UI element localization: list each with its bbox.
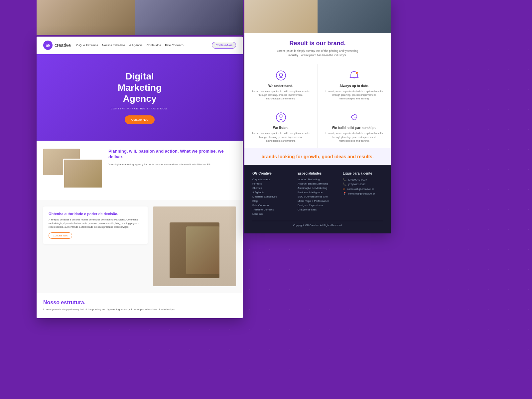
feature-item-0: We understand. Lorem ipsum companies to …	[244, 64, 318, 106]
nav-link-agencia[interactable]: A Agência	[129, 44, 143, 47]
site-preview: gb creative O Que Fazemos Nossos trabalh…	[37, 37, 243, 318]
svg-point-0	[276, 71, 286, 80]
nav-links: O Que Fazemos Nossos trabalhos A Agência…	[76, 44, 206, 47]
footer-spec-5[interactable]: Mídia Paga e Performance	[298, 200, 337, 202]
authority-heading: Obtenha autoridade e poder de decisão.	[49, 212, 142, 216]
feature-item-1: Always up to date. Lorem ipsum companies…	[318, 64, 391, 106]
footer-grid: GG Creative O que fazemos Portfólio Clie…	[252, 172, 383, 217]
footer-col1-links: O que fazemos Portfólio Clientes A Agênc…	[252, 178, 292, 215]
authority-body: A atração de leads é um dos muitos benef…	[49, 218, 142, 229]
phone-icon-1: 📞	[343, 183, 346, 186]
feature-title-1: Always up to date.	[324, 84, 385, 88]
nav-link-trabalhos[interactable]: Nossos trabalhos	[102, 44, 125, 47]
footer-spec-6[interactable]: Design e Experiência	[298, 204, 337, 207]
footer-link-3[interactable]: A Agência	[252, 191, 292, 194]
feature-body-1: Lorem ipsum companies to build exception…	[324, 89, 385, 101]
phone-icon-0: 📞	[343, 178, 346, 181]
brands-section: brands looking for growth, good ideas an…	[244, 148, 391, 165]
footer-contact-3: 📍 contato@gbcreative.br	[343, 192, 383, 195]
features-grid: We understand. Lorem ipsum companies to …	[244, 64, 391, 149]
logo[interactable]: gb creative	[43, 41, 71, 50]
footer-contact-text-2: contato@gbcreative.br	[347, 188, 374, 191]
couple-photo	[153, 206, 236, 286]
location-icon: 📍	[343, 192, 346, 195]
navbar: gb creative O Que Fazemos Nossos trabalh…	[37, 37, 243, 54]
footer-link-1[interactable]: Portfólio	[252, 182, 292, 185]
footer-contact-0: 📞 (27)99249-0037	[343, 178, 383, 181]
nav-cta-button[interactable]: Contate-Nos	[212, 42, 236, 49]
nav-link-conteudos[interactable]: Conteúdos	[147, 44, 161, 47]
email-icon: ✉	[343, 187, 345, 191]
footer: GG Creative O que fazemos Portfólio Clie…	[244, 165, 391, 233]
footer-col2-links: Inbound Marketing Account-Based Marketin…	[298, 178, 337, 211]
content-body: Your digital marketing agency for perfor…	[108, 163, 236, 167]
content-text: Planning, will, passion and action. What…	[108, 149, 236, 167]
feature-item-3: We build solid partnerships. Lorem ipsum…	[318, 106, 391, 148]
footer-spec-3[interactable]: Business Intelligence	[298, 191, 337, 194]
result-heading: Result is our brand.	[252, 40, 383, 47]
svg-point-1	[279, 73, 283, 76]
footer-link-6[interactable]: Fale Conosco	[252, 204, 292, 207]
rp-image-1	[244, 0, 318, 33]
feature-body-2: Lorem ipsum companies to build exception…	[250, 131, 311, 143]
footer-contact-text-0: (27)99249-0037	[348, 178, 367, 181]
svg-point-4	[280, 115, 282, 117]
hero-cta-button[interactable]: Contate-Nos	[125, 115, 155, 124]
feature-icon-3	[348, 111, 360, 123]
footer-link-2[interactable]: Clientes	[252, 187, 292, 190]
brands-text: brands looking for growth, good ideas an…	[252, 154, 383, 160]
feature-body-0: Lorem ipsum companies to build exception…	[250, 89, 311, 101]
top-images-strip	[37, 0, 243, 35]
svg-point-2	[356, 72, 358, 74]
footer-copyright: Copyright. GB Creative. All Rights Reser…	[252, 224, 383, 227]
rp-image-2	[318, 0, 391, 33]
estrutura-body: Lorem Ipsum is simply dummy text of the …	[43, 308, 236, 312]
estrutura-heading: Nosso estrutura.	[43, 300, 236, 306]
top-image-right	[135, 0, 243, 35]
footer-spec-1[interactable]: Account-Based Marketing	[298, 182, 337, 185]
feature-title-0: We understand.	[250, 84, 311, 88]
footer-col2-heading: Especialidades	[298, 172, 337, 175]
nav-link-fale[interactable]: Fale Conosco	[165, 44, 184, 47]
footer-col-1: GG Creative O que fazemos Portfólio Clie…	[252, 172, 292, 217]
footer-col1-heading: GG Creative	[252, 172, 292, 175]
footer-spec-0[interactable]: Inbound Marketing	[298, 178, 337, 181]
footer-link-5[interactable]: Blog	[252, 200, 292, 202]
hero-section: Digital Marketing Agency CONTENT MARKETI…	[37, 54, 243, 141]
footer-contact-1: 📞 (27)3082-9582	[343, 183, 383, 186]
footer-link-8[interactable]: Labs GB	[252, 212, 292, 215]
feature-icon-2	[275, 111, 287, 123]
footer-spec-4[interactable]: SEO | Otimização de Site	[298, 195, 337, 198]
footer-contact-text-1: (27)3082-9582	[348, 183, 365, 186]
footer-spec-7[interactable]: Criação de sites	[298, 208, 337, 211]
feature-icon-1	[348, 69, 360, 81]
nav-link-fazemos[interactable]: O Que Fazemos	[76, 44, 98, 47]
estrutura-section: Nosso estrutura. Lorem Ipsum is simply d…	[37, 293, 243, 318]
authority-image	[153, 206, 236, 286]
hero-subtitle: CONTENT MARKETING STARTS NOW.	[47, 107, 233, 110]
right-panel: Result is our brand. Lorem Ipsum is simp…	[244, 0, 391, 233]
hero-content: Digital Marketing Agency CONTENT MARKETI…	[47, 71, 233, 124]
content-image-2	[63, 159, 103, 189]
footer-spec-2[interactable]: Automação de Marketing	[298, 187, 337, 190]
authority-cta-button[interactable]: Contate-Nos	[49, 232, 72, 239]
footer-contact-list: 📞 (27)99249-0037 📞 (27)3082-9582 ✉ conta…	[343, 178, 383, 195]
content-images	[43, 149, 103, 192]
rp-top-images	[244, 0, 391, 33]
footer-link-7[interactable]: Trabalhe Conosco	[252, 208, 292, 211]
hero-title: Digital Marketing Agency	[47, 71, 233, 104]
feature-item-2: We listen. Lorem ipsum companies to buil…	[244, 106, 318, 148]
footer-contact-text-3: contato@gbcreative.br	[348, 192, 375, 195]
footer-col-2: Especialidades Inbound Marketing Account…	[298, 172, 337, 217]
footer-link-4[interactable]: Materiais Educativos	[252, 195, 292, 198]
footer-col-3: Ligue para a gente 📞 (27)99249-0037 📞 (2…	[343, 172, 383, 217]
logo-icon: gb	[43, 41, 53, 50]
feature-title-3: We build solid partnerships.	[324, 126, 385, 130]
feature-icon-0	[275, 69, 287, 81]
footer-divider	[252, 221, 383, 221]
feature-body-3: Lorem ipsum companies to build exception…	[324, 131, 385, 143]
footer-col3-heading: Ligue para a gente	[343, 172, 383, 175]
content-section: Planning, will, passion and action. What…	[37, 141, 243, 200]
footer-link-0[interactable]: O que fazemos	[252, 178, 292, 181]
top-image-left	[37, 0, 135, 35]
